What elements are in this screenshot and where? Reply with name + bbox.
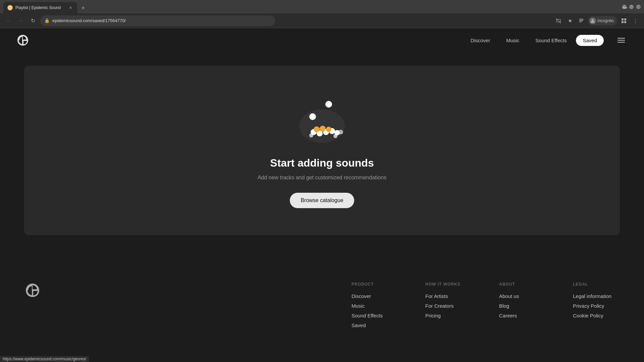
footer-col-legal: LEGAL Legal information Privacy Policy C… [573, 282, 620, 332]
footer-link-saved[interactable]: Saved [352, 322, 398, 328]
footer-link-music[interactable]: Music [352, 303, 398, 309]
forward-btn[interactable]: → [16, 16, 25, 25]
incognito-label: Incognito [597, 18, 614, 23]
footer-link-pricing[interactable]: Pricing [425, 313, 472, 318]
app-container: Discover Music Sound Effects Saved [0, 28, 644, 362]
nav-music[interactable]: Music [499, 35, 526, 46]
maximize-btn[interactable]: □ [629, 5, 634, 9]
address-bar[interactable]: 🔒 epidemicsound.com/saved/17564770/ [40, 15, 275, 26]
svg-rect-6 [622, 18, 624, 20]
nav-saved[interactable]: Saved [576, 35, 604, 46]
svg-point-21 [314, 126, 320, 132]
browser-titlebar: Playlist | Epidemic Sound ✕ + — □ ✕ [0, 0, 644, 13]
svg-point-15 [309, 113, 316, 120]
svg-point-14 [325, 101, 332, 108]
svg-rect-9 [624, 21, 626, 23]
svg-point-23 [326, 127, 331, 132]
bookmark-list-icon[interactable] [577, 16, 586, 25]
svg-rect-2 [579, 19, 583, 19]
main-content: Start adding sounds Add new tracks and g… [0, 52, 644, 248]
balls-illustration [295, 93, 349, 146]
tab-bar: Playlist | Epidemic Sound ✕ + [3, 0, 618, 13]
footer-col-how-it-works: HOW IT WORKS For Artists For Creators Pr… [425, 282, 472, 332]
svg-rect-8 [622, 21, 624, 23]
footer-link-blog[interactable]: Blog [499, 303, 546, 309]
app-header: Discover Music Sound Effects Saved [0, 28, 644, 52]
footer-link-legal-information[interactable]: Legal information [573, 293, 620, 299]
bookmark-icon[interactable]: ★ [565, 16, 575, 25]
footer-link-careers[interactable]: Careers [499, 313, 546, 318]
svg-point-24 [309, 133, 313, 137]
svg-rect-4 [579, 21, 582, 22]
tab-title: Playlist | Epidemic Sound [15, 5, 65, 10]
footer-col-product: PRODUCT Discover Music Sound Effects Sav… [352, 282, 398, 332]
hamburger-menu-btn[interactable] [614, 34, 628, 47]
footer-link-discover[interactable]: Discover [352, 293, 398, 299]
empty-state-card: Start adding sounds Add new tracks and g… [24, 66, 620, 235]
browser-chrome: Playlist | Epidemic Sound ✕ + — □ ✕ ← → … [0, 0, 644, 28]
nav-discover[interactable]: Discover [464, 35, 497, 46]
footer-legal-title: LEGAL [573, 282, 620, 287]
new-tab-btn[interactable]: + [78, 3, 88, 13]
footer-link-for-artists[interactable]: For Artists [425, 293, 472, 299]
browse-catalogue-btn[interactable]: Browse catalogue [290, 193, 354, 208]
back-btn[interactable]: ← [4, 16, 13, 25]
logo[interactable] [16, 34, 30, 47]
status-bar: https://www.epidemicsound.com/music/genr… [0, 356, 89, 362]
close-btn[interactable]: ✕ [636, 5, 641, 9]
browser-toolbar: ← → ↻ 🔒 epidemicsound.com/saved/17564770… [0, 13, 644, 28]
toolbar-right: ★ Incognito ⋮ [554, 16, 640, 25]
tab-favicon [7, 5, 13, 10]
svg-rect-7 [624, 18, 626, 20]
address-text: epidemicsound.com/saved/17564770/ [52, 18, 271, 23]
incognito-badge[interactable]: Incognito [588, 16, 617, 25]
footer: PRODUCT Discover Music Sound Effects Sav… [0, 262, 644, 346]
svg-rect-3 [579, 20, 583, 21]
svg-line-1 [556, 18, 561, 23]
no-camera-icon[interactable] [554, 16, 563, 25]
footer-columns: PRODUCT Discover Music Sound Effects Sav… [352, 282, 620, 332]
footer-col-about: ABOUT About us Blog Careers [499, 282, 546, 332]
tab-close-btn[interactable]: ✕ [68, 5, 73, 10]
footer-link-sound-effects[interactable]: Sound Effects [352, 313, 398, 318]
footer-how-it-works-title: HOW IT WORKS [425, 282, 472, 287]
svg-point-26 [338, 130, 343, 134]
footer-link-about-us[interactable]: About us [499, 293, 546, 299]
more-menu-btn[interactable]: ⋮ [631, 16, 640, 25]
nav-links: Discover Music Sound Effects Saved [464, 35, 604, 46]
status-url: https://www.epidemicsound.com/music/genr… [3, 357, 86, 361]
footer-link-privacy[interactable]: Privacy Policy [573, 303, 620, 309]
footer-logo[interactable] [24, 282, 41, 332]
incognito-avatar [589, 17, 596, 24]
reload-btn[interactable]: ↻ [28, 16, 38, 25]
active-tab[interactable]: Playlist | Epidemic Sound ✕ [3, 2, 77, 13]
footer-link-for-creators[interactable]: For Creators [425, 303, 472, 309]
nav-sound-effects[interactable]: Sound Effects [529, 35, 573, 46]
footer-link-cookies[interactable]: Cookie Policy [573, 313, 620, 318]
minimize-btn[interactable]: — [622, 5, 627, 9]
footer-about-title: ABOUT [499, 282, 546, 287]
window-controls: — □ ✕ [618, 5, 641, 9]
empty-state-subtitle: Add new tracks and get customized recomm… [258, 175, 386, 181]
footer-product-title: PRODUCT [352, 282, 398, 287]
extensions-icon[interactable] [619, 16, 629, 25]
svg-point-22 [320, 126, 326, 132]
empty-state-title: Start adding sounds [270, 157, 374, 169]
lock-icon: 🔒 [44, 18, 50, 23]
svg-point-25 [333, 134, 337, 138]
